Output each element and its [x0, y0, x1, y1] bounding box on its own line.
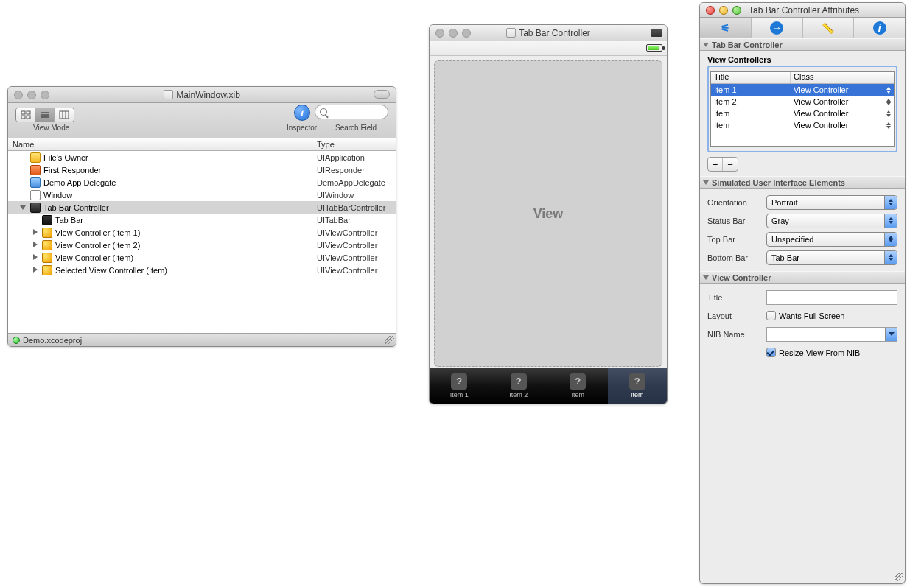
chevron-down-icon[interactable] — [20, 204, 27, 211]
outline-row[interactable]: View Controller (Item 2)UIViewController — [8, 239, 396, 251]
chevron-right-icon[interactable] — [32, 254, 38, 261]
outline-row[interactable]: Tab BarUITabBar — [8, 214, 396, 226]
search-input[interactable] — [315, 105, 388, 119]
title-field[interactable] — [766, 290, 897, 305]
topbar-popup[interactable]: Unspecified — [766, 232, 897, 247]
statusbar-popup[interactable]: Gray — [766, 214, 897, 228]
svg-rect-1 — [27, 111, 30, 114]
object-name: Tab Bar Controller — [43, 203, 109, 212]
checkbox-icon — [766, 348, 776, 357]
wants-full-screen-check[interactable]: Wants Full Screen — [766, 311, 897, 320]
titlebar[interactable]: Tab Bar Controller Attributes — [700, 3, 905, 18]
tabbar: ?Item 1?Item 2?Item?Item — [430, 368, 667, 404]
tab-size[interactable]: 📏 — [803, 18, 855, 38]
chevron-right-icon[interactable] — [32, 229, 38, 236]
class-stepper-icon[interactable] — [885, 97, 892, 106]
outline-row[interactable]: Tab Bar ControllerUITabBarController — [8, 201, 396, 214]
document-icon — [506, 28, 516, 38]
view-mode-icons[interactable] — [16, 108, 35, 122]
class-stepper-icon[interactable] — [885, 121, 892, 130]
view-mode-segmented[interactable] — [15, 108, 74, 122]
object-icon — [42, 253, 52, 263]
tab-attributes[interactable]: ⚟ — [700, 18, 752, 38]
outline-row[interactable]: File's OwnerUIApplication — [8, 151, 396, 164]
chevron-down-icon — [703, 43, 709, 47]
outline-row[interactable]: Demo App DelegateDemoAppDelegate — [8, 176, 396, 189]
tab-identity[interactable]: i — [854, 18, 905, 38]
column-type[interactable]: Type — [312, 138, 396, 150]
class-stepper-icon[interactable] — [885, 85, 892, 94]
section-sim-body: Orientation Portrait Status Bar Gray Top… — [700, 189, 905, 271]
vc-table-header: Title Class — [711, 72, 894, 84]
object-icon — [30, 152, 41, 163]
section-vc-header[interactable]: View Controller — [700, 271, 905, 284]
svg-rect-7 — [60, 111, 69, 119]
object-type: UIApplication — [312, 153, 365, 162]
tabbar-item[interactable]: ?Item 2 — [489, 368, 549, 404]
zoom-icon[interactable] — [732, 6, 741, 15]
chevron-down-icon — [885, 328, 897, 341]
view-mode-columns[interactable] — [55, 108, 74, 122]
vc-table-row[interactable]: Item 2View Controller — [711, 96, 894, 108]
minimize-icon[interactable] — [719, 6, 728, 15]
column-name[interactable]: Name — [8, 138, 312, 150]
svg-rect-3 — [27, 116, 30, 119]
class-stepper-icon[interactable] — [885, 109, 892, 118]
inspector-button[interactable]: i — [294, 105, 310, 121]
nib-name-combo[interactable] — [766, 327, 897, 342]
object-name: View Controller (Item 1) — [55, 228, 140, 237]
toolbar-toggle-pill[interactable] — [374, 90, 390, 99]
vc-table-row[interactable]: ItemView Controller — [711, 108, 894, 119]
chevron-right-icon[interactable] — [32, 267, 38, 273]
view-controllers-table[interactable]: Title Class Item 1View ControllerItem 2V… — [710, 71, 895, 147]
drawer-toggle-icon[interactable] — [651, 29, 662, 37]
titlebar[interactable]: MainWindow.xib — [8, 87, 396, 103]
object-icon — [30, 177, 41, 188]
section-tabbar-header[interactable]: Tab Bar Controller — [700, 38, 905, 51]
grid-icon — [21, 110, 31, 119]
bottombar-popup[interactable]: Tab Bar — [766, 250, 897, 265]
tabbar-item[interactable]: ?Item 1 — [430, 368, 489, 404]
outline-row[interactable]: View Controller (Item)UIViewController — [8, 251, 396, 264]
view-mode-label: View Mode — [33, 124, 69, 132]
object-type: UIWindow — [312, 191, 354, 200]
titlebar[interactable]: Tab Bar Controller — [430, 25, 667, 41]
tabbar-item[interactable]: ?Item — [608, 368, 668, 404]
vc-title-cell: Item 2 — [711, 97, 791, 106]
view-mode-list[interactable] — [35, 108, 55, 122]
vc-table-row[interactable]: ItemView Controller — [711, 119, 894, 131]
chevron-right-icon[interactable] — [32, 242, 38, 248]
view-placeholder-label: View — [533, 206, 564, 222]
close-icon[interactable] — [706, 6, 715, 15]
project-name[interactable]: Demo.xcodeproj — [23, 336, 82, 345]
resize-view-check[interactable]: Resize View From NIB — [766, 348, 897, 357]
column-title[interactable]: Title — [711, 72, 791, 83]
object-name: Window — [43, 191, 72, 200]
tab-connections[interactable]: → — [752, 18, 803, 38]
add-button[interactable]: + — [708, 158, 723, 171]
window-title-text: Tab Bar Controller — [519, 28, 590, 38]
outline-row[interactable]: View Controller (Item 1)UIViewController — [8, 226, 396, 239]
question-icon: ? — [451, 373, 467, 390]
window-title: MainWindow.xib — [8, 90, 396, 100]
remove-button[interactable]: − — [723, 158, 738, 171]
orientation-popup[interactable]: Portrait — [766, 195, 897, 210]
check-label: Wants Full Screen — [779, 312, 844, 320]
section-sim-header[interactable]: Simulated User Interface Elements — [700, 176, 905, 189]
view-canvas[interactable]: View — [434, 60, 662, 367]
chevron-down-icon — [703, 180, 709, 185]
chevron-updown-icon — [884, 214, 897, 228]
resize-grip[interactable] — [385, 336, 394, 345]
arrow-right-icon: → — [770, 21, 783, 35]
outline-body[interactable]: File's OwnerUIApplicationFirst Responder… — [8, 151, 396, 335]
outline-row[interactable]: First ResponderUIResponder — [8, 164, 396, 176]
resize-grip[interactable] — [895, 573, 903, 582]
column-class[interactable]: Class — [791, 72, 894, 83]
tabbar-item[interactable]: ?Item — [548, 368, 608, 404]
object-type: UIViewController — [312, 266, 377, 275]
outline-row[interactable]: Selected View Controller (Item)UIViewCon… — [8, 264, 396, 276]
vc-table-row[interactable]: Item 1View Controller — [711, 84, 894, 96]
outline-row[interactable]: WindowUIWindow — [8, 189, 396, 201]
outline-header: Name Type — [8, 138, 396, 151]
object-icon — [42, 240, 52, 250]
